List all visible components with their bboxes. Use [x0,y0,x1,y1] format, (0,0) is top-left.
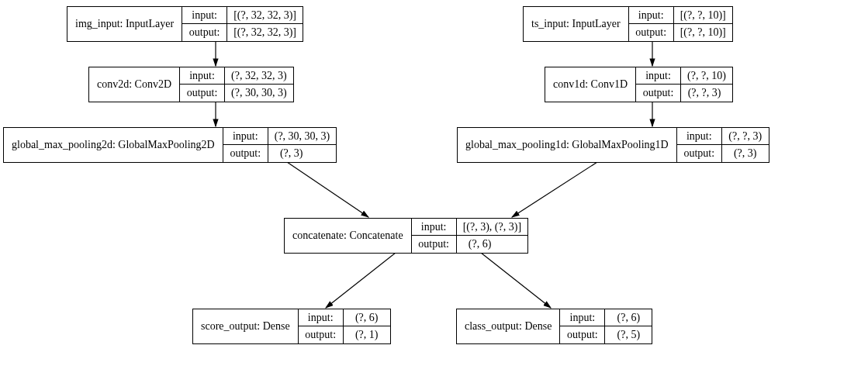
io-label-input: input: [560,309,605,326]
node-score-output: score_output: Dense input: (?, 6) output… [192,309,391,344]
node-label: img_input: InputLayer [67,7,182,41]
io-label-output: output: [560,326,605,343]
io-label-output: output: [299,326,344,343]
io-value: (?, ?, 3) [722,128,769,144]
graph-edges [0,0,868,390]
node-label: ts_input: InputLayer [524,7,629,41]
svg-line-4 [287,162,368,217]
io-value: (?, ?, 10) [681,67,732,84]
io-label-input: input: [636,67,681,84]
svg-line-6 [326,253,396,308]
node-label: class_output: Dense [457,309,560,343]
io-label-output: output: [629,24,674,41]
io-value: (?, 3) [268,145,315,162]
io-value: [(?, 32, 32, 3)] [227,7,303,23]
io-label-input: input: [629,7,674,23]
io-value: (?, 1) [344,326,390,343]
node-label: conv2d: Conv2D [89,67,180,102]
io-label-output: output: [223,145,268,162]
io-label-input: input: [677,128,722,144]
node-gmp1d: global_max_pooling1d: GlobalMaxPooling1D… [457,127,769,163]
io-value: (?, 32, 32, 3) [225,67,293,84]
io-label-output: output: [677,145,722,162]
node-label: global_max_pooling2d: GlobalMaxPooling2D [4,128,223,162]
io-label-output: output: [182,24,227,41]
io-label-input: input: [223,128,268,144]
node-class-output: class_output: Dense input: (?, 6) output… [456,309,652,344]
node-label: score_output: Dense [193,309,299,343]
svg-line-7 [481,253,551,308]
node-concatenate: concatenate: Concatenate input: [(?, 3),… [284,218,528,254]
io-label-output: output: [180,85,225,102]
node-conv1d: conv1d: Conv1D input: (?, ?, 10) output:… [545,67,733,102]
svg-line-5 [512,162,597,217]
node-label: global_max_pooling1d: GlobalMaxPooling1D [458,128,677,162]
io-value: [(?, ?, 10)] [674,24,732,41]
io-label-output: output: [636,85,681,102]
io-label-input: input: [180,67,225,84]
io-value: [(?, 32, 32, 3)] [227,24,303,41]
node-ts-input: ts_input: InputLayer input: [(?, ?, 10)]… [523,6,733,42]
io-value: (?, 6) [457,236,503,253]
io-value: (?, 3) [722,145,769,162]
io-value: (?, ?, 3) [681,85,728,102]
node-gmp2d: global_max_pooling2d: GlobalMaxPooling2D… [3,127,337,163]
node-img-input: img_input: InputLayer input: [(?, 32, 32… [67,6,303,42]
io-label-input: input: [412,219,457,235]
io-label-input: input: [182,7,227,23]
node-label: conv1d: Conv1D [545,67,636,102]
io-value: (?, 6) [344,309,390,326]
io-label-input: input: [299,309,344,326]
io-value: (?, 5) [605,326,652,343]
io-value: (?, 30, 30, 3) [225,85,293,102]
io-label-output: output: [412,236,457,253]
io-value: (?, 6) [605,309,652,326]
io-value: [(?, ?, 10)] [674,7,732,23]
node-conv2d: conv2d: Conv2D input: (?, 32, 32, 3) out… [88,67,294,102]
node-label: concatenate: Concatenate [285,219,412,253]
io-value: [(?, 3), (?, 3)] [457,219,527,235]
io-value: (?, 30, 30, 3) [268,128,337,144]
